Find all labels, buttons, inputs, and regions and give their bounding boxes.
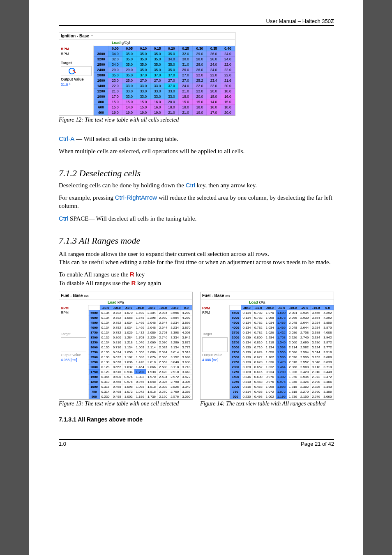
ignition-unit: º — [91, 35, 92, 38]
deselect-line2: For example, pressing Ctrl-RightArrow wi… — [59, 193, 334, 210]
ignition-window-title: Ignition - Base — [61, 34, 89, 38]
ignition-grid: 0.000.050.100.150.200.250.300.350.403600… — [94, 46, 235, 115]
deselect-line3: Ctrl SPACE— Will deselect all cells in t… — [59, 214, 334, 223]
footer-right: Page 21 of 42 — [301, 441, 334, 447]
ignition-rpm-label: RPM — [61, 51, 92, 56]
para-ctrl-a-rest: — Will select all cells in the tuning ta… — [74, 136, 178, 142]
ignition-output-value: 31.0 º — [61, 82, 92, 87]
allranges-p1: All ranges mode allows the user to expan… — [59, 250, 334, 258]
heading-7-1-3-1: 7.1.3.1 All Ranges above mode — [59, 416, 334, 423]
ignition-load-unit: g/Cyl — [122, 41, 130, 45]
footer-left: 1.0 — [59, 441, 66, 447]
figure-13-table: Fuel - Base msLoad kPaRPMRPMTargetOutput… — [59, 292, 193, 400]
ignition-load-label: Load — [112, 41, 121, 45]
footer-rule — [59, 439, 334, 440]
heading-7-1-2: 7.1.2 Deselecting cells — [59, 168, 334, 179]
ignition-target-label: Target — [61, 60, 92, 65]
ignition-output-label: Output Value — [61, 77, 92, 82]
kbd-r-disable: R — [131, 279, 136, 286]
ignition-rpm-red: RPM — [61, 46, 92, 51]
header-rule — [59, 25, 334, 26]
heading-7-1-3: 7.1.3 All Ranges mode — [59, 235, 334, 246]
para-multi-cells: When multiple cells are selected, cell o… — [59, 147, 334, 156]
figure-14-caption: Figure 14: The text view table with All … — [200, 401, 334, 407]
figure-12-caption: Figure 12: The text view table with all … — [59, 117, 334, 123]
allranges-p2: This can be useful when editing a table … — [59, 258, 334, 267]
figure-13-caption: Figure 13: The text view table with one … — [59, 401, 193, 407]
deselect-line1: Deselecting cells can be done by holding… — [59, 181, 334, 190]
header-title: User Manual – Haltech 350Z — [59, 18, 334, 24]
kbd-ctrl-rightarrow: Ctrl-RightArrow — [115, 194, 157, 201]
allranges-enable: To enable All ranges use the R key — [59, 270, 334, 279]
kbd-r-enable: R — [130, 271, 134, 278]
kbd-ctrl: Ctrl — [186, 182, 195, 189]
kbd-ctrl-space: Ctrl — [59, 215, 68, 222]
para-ctrl-a: Ctrl-A — Will select all cells in the tu… — [59, 135, 334, 143]
figure-14-table: Fuel - Base msLoad kPaRPMRPMTargetOutput… — [200, 292, 334, 400]
figure-12-table: Ignition - Base º Load g/Cyl RPM RPM Tar… — [59, 32, 235, 116]
allranges-disable: To disable All ranges use the R key agai… — [59, 279, 334, 288]
kbd-ctrl-a: Ctrl-A — [59, 135, 74, 142]
